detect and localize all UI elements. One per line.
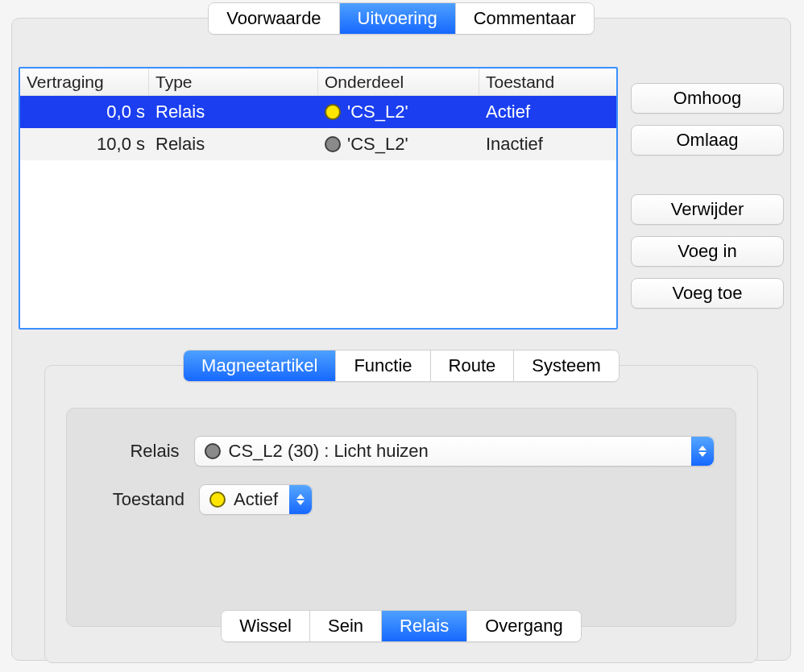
tab-voorwaarde[interactable]: Voorwaarde (209, 3, 339, 34)
tab-wissel[interactable]: Wissel (222, 611, 310, 641)
status-dot-icon (325, 136, 341, 152)
col-delay-header: Vertraging (20, 68, 149, 95)
cell-part-text: 'CS_L2' (347, 134, 408, 155)
state-label: Toestand (88, 489, 184, 510)
cell-part: 'CS_L2' (318, 131, 479, 158)
col-part-header: Onderdeel (318, 68, 479, 95)
action-table[interactable]: Vertraging Type Onderdeel Toestand 0,0 s… (19, 67, 618, 330)
cell-state: Inactief (479, 131, 616, 158)
status-dot-icon (325, 104, 341, 120)
edit-group: Verwijder Voeg in Voeg toe (631, 194, 784, 309)
col-state-header: Toestand (479, 68, 616, 95)
table-row[interactable]: 0,0 s Relais 'CS_L2' Actief (20, 96, 616, 128)
top-tabs: Voorwaarde Uitvoering Commentaar (208, 2, 595, 35)
bottom-tabs-container: Wissel Sein Relais Overgang (67, 610, 736, 642)
editor-tabs-container: Magneetartikel Functie Route Systeem (45, 350, 757, 382)
tab-overgang[interactable]: Overgang (467, 611, 581, 641)
cell-delay: 0,0 s (20, 98, 149, 126)
chevron-up-down-icon (289, 485, 312, 514)
status-dot-icon (205, 443, 221, 459)
cell-part-text: 'CS_L2' (347, 102, 408, 122)
cell-state: Actief (479, 98, 616, 126)
editor-tabs: Magneetartikel Functie Route Systeem (183, 350, 620, 382)
tab-magneetartikel[interactable]: Magneetartikel (184, 351, 336, 381)
relais-label: Relais (88, 441, 180, 462)
state-row: Toestand Actief (88, 484, 715, 515)
relais-select[interactable]: CS_L2 (30) : Licht huizen (194, 436, 715, 467)
move-group: Omhoog Omlaag (631, 83, 784, 156)
state-value: Actief (234, 489, 278, 510)
bottom-tabs: Wissel Sein Relais Overgang (221, 610, 582, 642)
side-buttons: Omhoog Omlaag Verwijder Voeg in Voeg toe (631, 83, 784, 309)
table-body: 0,0 s Relais 'CS_L2' Actief 10,0 s Relai… (20, 96, 616, 160)
tab-sein[interactable]: Sein (310, 611, 382, 641)
editor-panel: Magneetartikel Functie Route Systeem Rel… (44, 365, 758, 663)
tab-relais[interactable]: Relais (382, 611, 467, 641)
state-select[interactable]: Actief (199, 484, 313, 515)
cell-delay: 10,0 s (20, 131, 149, 158)
top-tabs-container: Voorwaarde Uitvoering Commentaar (12, 2, 790, 35)
spacer (631, 167, 784, 183)
tab-uitvoering[interactable]: Uitvoering (340, 3, 456, 34)
table-header: Vertraging Type Onderdeel Toestand (20, 68, 616, 96)
main-panel: Voorwaarde Uitvoering Commentaar Vertrag… (11, 18, 791, 661)
editor-inner: Relais CS_L2 (30) : Licht huizen Toestan… (66, 408, 736, 627)
remove-button[interactable]: Verwijder (631, 194, 784, 225)
relais-value: CS_L2 (30) : Licht huizen (229, 441, 429, 462)
cell-type: Relais (149, 98, 318, 126)
chevron-up-down-icon (691, 437, 714, 466)
tab-route[interactable]: Route (431, 351, 515, 381)
add-button[interactable]: Voeg toe (631, 278, 784, 309)
cell-type: Relais (149, 131, 318, 158)
tab-systeem[interactable]: Systeem (514, 351, 619, 381)
tab-commentaar[interactable]: Commentaar (456, 3, 594, 34)
window: Voorwaarde Uitvoering Commentaar Vertrag… (0, 0, 804, 672)
move-up-button[interactable]: Omhoog (631, 83, 784, 114)
insert-button[interactable]: Voeg in (631, 236, 784, 267)
col-type-header: Type (149, 68, 318, 95)
cell-part: 'CS_L2' (318, 98, 479, 126)
tab-functie[interactable]: Functie (336, 351, 430, 381)
relais-row: Relais CS_L2 (30) : Licht huizen (88, 436, 715, 467)
status-dot-icon (209, 492, 226, 508)
table-row[interactable]: 10,0 s Relais 'CS_L2' Inactief (20, 128, 616, 160)
move-down-button[interactable]: Omlaag (631, 125, 784, 156)
